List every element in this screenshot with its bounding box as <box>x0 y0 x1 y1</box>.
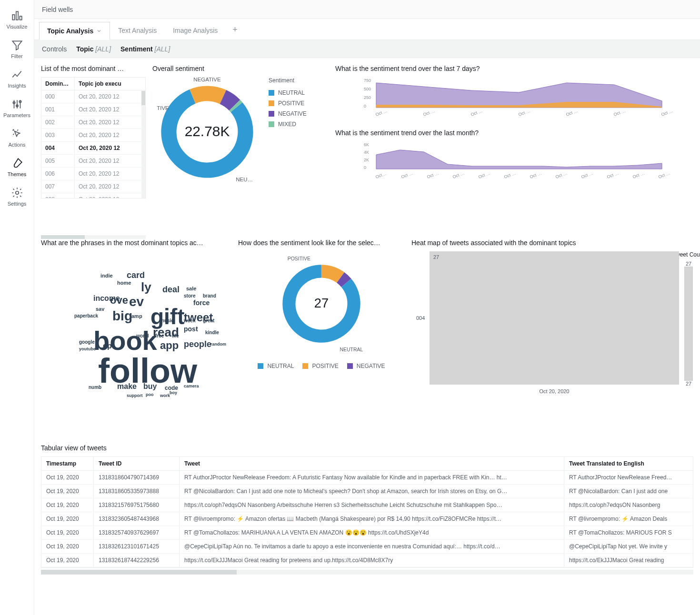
tab-image-analysis[interactable]: Image Analysis <box>165 21 226 40</box>
table-row[interactable]: 001Oct 20, 2020 12 <box>41 103 145 116</box>
add-sheet-button[interactable]: + <box>226 20 244 40</box>
word[interactable]: boy <box>170 390 177 395</box>
table-row[interactable]: Oct 19, 20201318325740937629697RT @TomaC… <box>41 526 693 540</box>
word[interactable]: week <box>184 318 195 323</box>
nav-settings[interactable]: Settings <box>0 182 34 211</box>
donut-chart-selected[interactable]: 27 POSITIVE NEUTRAL <box>269 251 374 356</box>
horizontal-scrollbar[interactable] <box>41 570 693 575</box>
heatmap-plot[interactable]: 27 004 Oct 20, 2020 <box>430 251 679 385</box>
area-chart-7day[interactable]: 750 500 250 0 Oct …Oct …Oct …Oct …Oct …O… <box>335 77 693 120</box>
panel-wordcloud[interactable]: What are the phrases in the most dominan… <box>41 239 231 437</box>
word[interactable]: google <box>79 339 95 345</box>
col-header[interactable]: Domin… <box>41 78 75 90</box>
word[interactable]: force <box>193 299 210 307</box>
legend-item[interactable]: POSITIVE <box>269 98 307 109</box>
word[interactable]: buy <box>143 382 157 391</box>
panel-dominant-topics[interactable]: List of the most dominant … Domin… Topic… <box>41 65 146 232</box>
word[interactable]: big <box>112 308 132 324</box>
word[interactable]: ev <box>129 294 144 309</box>
area-chart-month[interactable]: 6K 4K 2K 0 Oct…Oct …Oct …Oct …Oct …Oct …… <box>335 141 693 184</box>
nav-visualize[interactable]: Visualize <box>0 5 34 34</box>
table-row[interactable]: 005Oct 20, 2020 12 <box>41 155 145 168</box>
word[interactable]: music <box>160 318 174 323</box>
table-row[interactable]: Oct 19, 20201318318604790714369RT Author… <box>41 471 693 485</box>
table-row[interactable]: Oct 19, 20201318321576975175680https://t… <box>41 498 693 512</box>
word[interactable]: sav <box>96 306 104 312</box>
word[interactable]: people <box>184 339 211 349</box>
word[interactable]: ep <box>103 342 112 350</box>
legend-item[interactable]: NEGATIVE <box>269 109 307 119</box>
table-row[interactable]: Oct 19, 20201318326187442229256https://t… <box>41 554 693 567</box>
word[interactable]: world <box>136 333 149 338</box>
table-row[interactable]: 004Oct 20, 2020 12 <box>41 142 145 155</box>
word[interactable]: card <box>127 270 145 280</box>
word[interactable]: paperback <box>74 313 98 318</box>
word[interactable]: free <box>155 333 164 338</box>
dominant-table[interactable]: Domin… Topic job execu 000Oct 20, 2020 1… <box>41 77 146 198</box>
table-row[interactable]: Oct 19, 20201318318605335973888RT @Nicol… <box>41 485 693 498</box>
word[interactable]: ly <box>141 280 151 295</box>
word[interactable]: work <box>160 393 170 398</box>
table-row[interactable]: 000Oct 20, 2020 12 <box>41 90 145 103</box>
col-header[interactable]: Tweet Translated to English <box>564 457 693 470</box>
legend-item[interactable]: POSITIVE <box>302 361 338 371</box>
panel-trend-month[interactable]: What is the sentiment trend over the las… <box>335 129 693 186</box>
controls-bar[interactable]: Controls Topic [ALL] Sentiment [ALL] <box>34 40 700 58</box>
legend-item[interactable]: NEUTRAL <box>258 361 294 371</box>
panel-heatmap[interactable]: Heat map of tweets associated with the d… <box>411 239 693 437</box>
word[interactable]: sale <box>186 286 196 291</box>
legend-item[interactable]: NEUTRAL <box>269 88 307 98</box>
field-wells-bar[interactable]: Field wells <box>34 0 700 19</box>
col-header[interactable]: Tweet <box>180 457 564 470</box>
table-row[interactable]: Oct 19, 20201318326123101671425@CepeCipi… <box>41 540 693 554</box>
col-header[interactable]: Tweet ID <box>94 457 180 470</box>
word[interactable]: deal <box>162 285 180 295</box>
table-row[interactable]: 006Oct 20, 2020 12 <box>41 168 145 180</box>
word[interactable]: camera <box>184 384 199 388</box>
nav-parameters[interactable]: Parameters <box>0 93 34 123</box>
word[interactable]: kindle <box>205 330 219 335</box>
panel-tweets[interactable]: Tabular view of tweets Timestamp Tweet I… <box>41 444 693 608</box>
wordcloud[interactable]: followbookgiftbigreadtweetevlyoveapppeop… <box>41 251 231 404</box>
word[interactable]: youtube <box>79 347 96 351</box>
word[interactable]: amp <box>131 313 142 319</box>
word[interactable]: poo <box>146 392 154 397</box>
nav-insights[interactable]: Insights <box>0 64 34 93</box>
word[interactable]: post <box>184 325 198 333</box>
legend-item[interactable]: NEGATIVE <box>347 361 385 371</box>
table-row[interactable]: 007Oct 20, 2020 12 <box>41 180 145 193</box>
col-header[interactable]: Timestamp <box>41 457 94 470</box>
horizontal-scrollbar[interactable] <box>41 235 146 239</box>
col-header[interactable]: Topic job execu <box>75 78 145 90</box>
word[interactable]: make <box>117 382 137 391</box>
word[interactable]: great <box>203 318 214 323</box>
word[interactable]: brand <box>203 293 216 298</box>
word[interactable]: support <box>127 393 143 398</box>
table-row[interactable]: 003Oct 20, 2020 12 <box>41 129 145 142</box>
tab-topic-analysis[interactable]: Topic Analysis <box>39 22 110 40</box>
panel-selected-sentiment[interactable]: How does the sentiment look like for the… <box>238 239 405 437</box>
panel-overall-sentiment[interactable]: Overall sentiment 22.78K NEGATIVE TIVE N… <box>152 65 329 232</box>
control-sentiment[interactable]: Sentiment [ALL] <box>120 45 170 53</box>
tab-text-analysis[interactable]: Text Analysis <box>110 21 165 40</box>
nav-themes[interactable]: Themes <box>0 152 34 182</box>
word[interactable]: indie <box>100 273 113 278</box>
word[interactable]: app <box>160 339 179 352</box>
word[interactable]: home <box>117 280 131 286</box>
panel-trend-7day[interactable]: What is the sentiment trend over the las… <box>335 65 693 121</box>
word[interactable]: life <box>172 333 179 338</box>
legend-item[interactable]: MIXED <box>269 119 307 129</box>
word[interactable]: random <box>210 342 226 347</box>
word[interactable]: numb <box>89 385 101 390</box>
word[interactable]: income <box>93 294 120 303</box>
control-topic[interactable]: Topic [ALL] <box>76 45 111 53</box>
tweets-table[interactable]: Timestamp Tweet ID Tweet Tweet Translate… <box>41 456 693 568</box>
table-row[interactable]: Oct 19, 20201318323605487443968RT @livro… <box>41 512 693 526</box>
vertical-scrollbar[interactable] <box>141 91 145 198</box>
nav-actions[interactable]: Actions <box>0 123 34 152</box>
word[interactable]: book <box>93 325 157 356</box>
table-row[interactable]: 002Oct 20, 2020 12 <box>41 116 145 129</box>
nav-filter[interactable]: Filter <box>0 34 34 64</box>
donut-chart[interactable]: 22.78K NEGATIVE TIVE NEU… <box>152 77 262 187</box>
table-row[interactable]: 008Oct 20, 2020 12 <box>41 193 145 198</box>
